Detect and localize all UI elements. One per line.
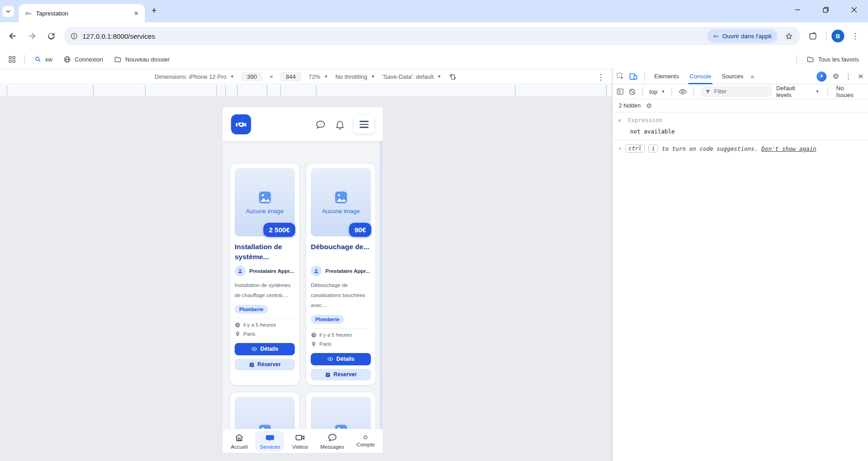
video-camera-icon (295, 432, 305, 443)
image-placeholder (235, 397, 295, 429)
tab-search-button[interactable] (2, 6, 14, 17)
url-text[interactable]: 127.0.0.1:8000/services (82, 32, 155, 40)
clear-console-icon[interactable] (628, 88, 636, 96)
service-card[interactable] (230, 392, 300, 429)
media-query-ruler[interactable] (0, 84, 612, 97)
nav-label: Vidéos (292, 444, 308, 450)
nav-services[interactable]: Services (255, 430, 284, 451)
bookmark-connexion[interactable]: Connexion (60, 54, 107, 65)
emulation-canvas: Aucune image 2 500€ Installation de syst… (0, 97, 612, 461)
levels-select[interactable]: Default levels ▼ (776, 85, 820, 98)
console-empty-area[interactable] (612, 157, 868, 461)
reserve-button[interactable]: Réserver (235, 359, 295, 370)
open-in-app-chip[interactable]: Ouvrir dans l'appli (707, 29, 777, 43)
bookmark-nouveau-dossier[interactable]: Nouveau dossier (110, 54, 174, 65)
folder-icon (114, 56, 122, 63)
extensions-button[interactable] (805, 28, 821, 44)
provider-avatar (235, 266, 246, 277)
devtools-settings-button[interactable]: ⚙ (832, 72, 839, 81)
nav-account[interactable]: Compte (352, 433, 379, 449)
back-button[interactable] (5, 28, 21, 44)
app-menu-button[interactable] (354, 115, 375, 133)
device-select[interactable]: Dimensions: iPhone 12 Pro ▼ (155, 73, 234, 80)
browser-menu-button[interactable]: ⋮ (847, 28, 863, 44)
profile-avatar[interactable]: B (832, 30, 844, 42)
service-card[interactable] (306, 392, 376, 429)
close-window-button[interactable] (840, 0, 868, 19)
category-chip[interactable]: Plomberie (235, 305, 268, 314)
details-button[interactable]: Détails (311, 353, 371, 365)
console-filter[interactable] (700, 86, 772, 97)
save-data-select[interactable]: 'Save-Data': default ▼ (382, 73, 442, 80)
nav-messages[interactable]: Messages (316, 430, 349, 451)
bell-icon[interactable] (334, 119, 345, 130)
category-chip[interactable]: Plomberie (311, 315, 344, 324)
all-bookmarks-button[interactable]: Tous les favoris (803, 54, 863, 65)
tab-close-icon[interactable]: ✕ (132, 9, 140, 17)
device-width-field[interactable]: 390 (241, 72, 262, 82)
account-icon (363, 435, 368, 440)
throttling-select[interactable]: No throttling ▼ (335, 73, 375, 80)
reserve-button[interactable]: Réserver (311, 369, 371, 380)
page-scrollbar[interactable] (380, 141, 383, 429)
rotate-device-button[interactable] (448, 72, 457, 81)
service-card[interactable]: Aucune image 90€ Débouchage de... Presta… (306, 163, 376, 385)
context-label: top (649, 88, 657, 95)
restore-button[interactable] (812, 0, 840, 19)
reload-button[interactable] (43, 28, 59, 44)
devtools-close-button[interactable]: ✕ (858, 72, 863, 81)
context-select[interactable]: top ▼ (649, 88, 665, 95)
header-icons (315, 115, 375, 133)
tab-sources[interactable]: Sources (719, 69, 747, 84)
apps-grid-button[interactable] (5, 53, 18, 66)
zoom-select[interactable]: 72% ▼ (308, 73, 328, 80)
nav-label: Services (260, 444, 280, 450)
close-icon (851, 7, 857, 13)
hidden-settings-icon[interactable]: ⚙ (646, 102, 652, 109)
image-icon (257, 190, 272, 205)
omnibox[interactable]: 127.0.0.1:8000/services Ouvrir dans l'ap… (64, 27, 800, 45)
provider-avatar (311, 266, 322, 277)
bookmark-xw[interactable]: xw (31, 54, 56, 65)
dont-show-again-link[interactable]: Don't show again (761, 145, 816, 152)
console-sidebar-icon[interactable] (616, 87, 624, 96)
eye-icon (327, 356, 334, 362)
bookmark-star-button[interactable] (782, 29, 796, 43)
issues-counter[interactable]: No Issues (836, 85, 863, 98)
forward-button[interactable] (24, 28, 40, 44)
bookmarks-divider (24, 55, 25, 64)
app-logo[interactable] (231, 114, 251, 134)
tab-elements[interactable]: Elements (651, 69, 682, 84)
browser-tab[interactable]: Taprestation ✕ (19, 4, 145, 22)
new-tab-button[interactable]: + (151, 5, 157, 16)
expression-result: not available (630, 128, 868, 135)
device-height-field[interactable]: 844 (280, 72, 301, 82)
chat-icon[interactable] (315, 119, 326, 130)
device-toolbar-menu[interactable]: ⋮ (597, 72, 605, 82)
live-expression-eye-icon[interactable] (678, 87, 687, 96)
ai-assistant-button[interactable]: ✦ (817, 72, 827, 82)
details-button[interactable]: Détails (235, 343, 295, 355)
console-hint-row: › ctrl i to turn on code suggestions. Do… (612, 140, 868, 157)
devtools-menu-button[interactable]: ⋮ (845, 72, 852, 81)
devtools-actions: ✦ ⚙ ⋮ ✕ (817, 72, 863, 82)
app-content: Aucune image 2 500€ Installation de syst… (223, 141, 383, 429)
inspect-element-icon[interactable] (616, 72, 625, 81)
site-info-icon[interactable] (70, 32, 78, 40)
zoom-level: 72% (308, 73, 320, 80)
tab-console[interactable]: Console (686, 69, 714, 84)
expression-placeholder[interactable]: Expression (628, 117, 662, 123)
clock-icon (311, 332, 317, 338)
service-card[interactable]: Aucune image 2 500€ Installation de syst… (230, 163, 300, 385)
toolbar-divider (826, 31, 827, 41)
nav-home[interactable]: Accueil (226, 431, 252, 451)
filter-input[interactable] (714, 88, 760, 95)
home-icon (234, 433, 244, 443)
nav-videos[interactable]: Vidéos (288, 430, 313, 451)
dimensions-times: × (270, 73, 273, 80)
extensions-icon (808, 31, 817, 41)
more-tabs-button[interactable]: » (751, 73, 755, 80)
remove-expression-icon[interactable]: ✕ (618, 117, 621, 123)
minimize-button[interactable] (783, 0, 812, 19)
toggle-device-toolbar-icon[interactable] (629, 72, 638, 81)
